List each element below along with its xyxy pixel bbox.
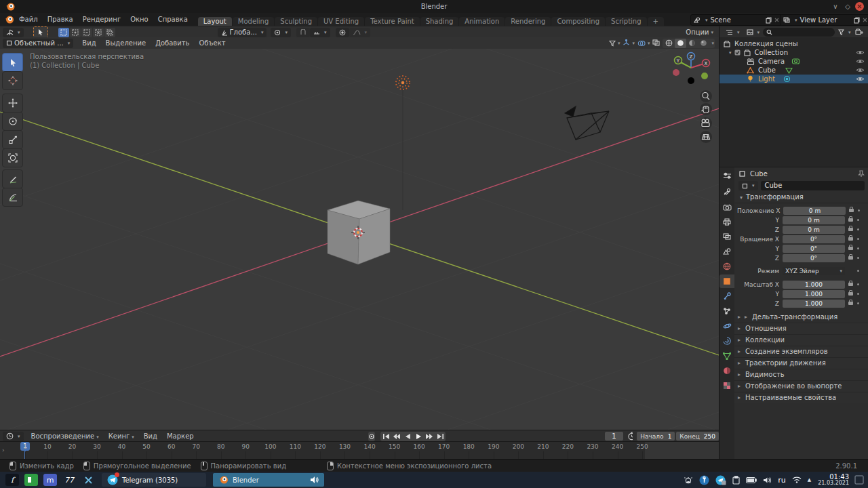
property-value-field[interactable]: 1.000 [783, 290, 845, 298]
blender-menu-logo-icon[interactable] [4, 15, 14, 24]
tab-animation[interactable]: Animation [459, 17, 505, 26]
keyboard-layout-indicator[interactable]: ru [778, 476, 786, 485]
camera-view-button[interactable] [700, 117, 712, 129]
animate-dot[interactable] [857, 293, 859, 295]
property-value-field[interactable]: 0 m [783, 207, 846, 215]
hide-toggle-eye-icon[interactable] [856, 49, 865, 57]
tab-compositing[interactable]: Compositing [551, 17, 605, 26]
tab-modifiers[interactable] [719, 289, 734, 303]
lock-icon[interactable] [848, 237, 853, 241]
viewport-menu-add[interactable]: Добавить [151, 39, 194, 47]
tab-material[interactable] [719, 364, 734, 378]
use-preview-range-icon[interactable] [627, 432, 633, 441]
timeline-menu-playback[interactable]: Воспроизведение▾ [26, 432, 104, 440]
tool-cursor[interactable] [2, 71, 23, 90]
property-value-field[interactable]: 0° [783, 254, 845, 262]
viewport-3d[interactable]: X Y Z Пользовательская перспектива (1) C… [0, 49, 719, 430]
lock-icon[interactable] [848, 247, 853, 250]
animate-dot[interactable] [857, 228, 859, 230]
outliner-filter-type-dropdown[interactable]: ▾ [743, 28, 764, 37]
app-icon-share[interactable] [81, 474, 95, 486]
tool-rotate[interactable] [2, 112, 23, 131]
proportional-falloff-dropdown[interactable]: ▾ [349, 28, 371, 37]
tab-texture-paint[interactable]: Texture Paint [365, 17, 420, 26]
outliner-camera-row[interactable]: Camera [719, 57, 868, 66]
animate-dot[interactable] [857, 302, 859, 304]
orthographic-toggle-button[interactable] [700, 131, 712, 143]
menu-window[interactable]: Окно [125, 16, 153, 23]
tab-object[interactable] [719, 274, 734, 288]
editor-type-properties-button[interactable] [719, 169, 734, 182]
minimize-button[interactable]: ∨ [831, 3, 840, 10]
frame-end-field[interactable]: Конец 250 [676, 432, 719, 441]
tab-render[interactable] [719, 200, 734, 214]
outliner-root-row[interactable]: Коллекция сцены [719, 39, 868, 48]
camera-object[interactable] [565, 106, 609, 140]
tab-particles[interactable] [719, 304, 734, 318]
delta-transform-panel-header[interactable]: ▸Дельта-трансформация [734, 312, 868, 323]
taskbar-clock[interactable]: 01:43 21.03.2021 [818, 474, 849, 487]
collapsed-panel-header[interactable]: Настраиваемые свойства [734, 392, 868, 403]
current-frame-field[interactable]: 1 [605, 432, 623, 441]
options-dropdown[interactable]: Опции ▾ [686, 28, 713, 36]
play-button[interactable] [413, 432, 424, 441]
tab-scripting[interactable]: Scripting [606, 17, 646, 26]
property-value-field[interactable]: 0° [783, 235, 845, 243]
app-icon-f[interactable]: f [5, 474, 19, 486]
tab-layout[interactable]: Layout [198, 17, 232, 26]
menu-edit[interactable]: Правка [43, 16, 78, 23]
unlink-scene-icon[interactable] [774, 18, 779, 22]
snap-toggle-button[interactable] [296, 28, 310, 37]
tab-world[interactable] [719, 260, 734, 273]
timeline-editor-type-button[interactable]: ▾ [3, 432, 24, 441]
tool-annotate[interactable] [2, 169, 23, 188]
navigation-gizmo[interactable]: X Y Z [673, 53, 710, 85]
tab-constraints[interactable] [719, 334, 734, 348]
jump-to-end-button[interactable] [435, 432, 446, 441]
lock-icon[interactable] [848, 218, 853, 222]
lock-icon[interactable] [848, 302, 853, 305]
outliner-search-input[interactable] [763, 28, 835, 37]
tab-scene[interactable] [719, 245, 734, 258]
tray-volume-icon[interactable] [763, 476, 772, 484]
timeline-ruler[interactable]: › 1 110203040506070809010011012013014015… [0, 441, 719, 460]
taskbar-blender-button[interactable]: Blender [213, 473, 324, 487]
pin-icon[interactable] [858, 170, 865, 178]
menu-render[interactable]: Рендеринг [78, 16, 125, 23]
tab-object-data[interactable] [719, 349, 734, 363]
tool-scale[interactable] [2, 130, 23, 149]
tray-key-icon[interactable] [699, 475, 709, 485]
animate-dot[interactable] [857, 257, 859, 259]
tab-rendering[interactable]: Rendering [505, 17, 551, 26]
tab-view-layer[interactable] [719, 230, 734, 243]
tab-shading[interactable]: Shading [420, 17, 459, 26]
tab-tool[interactable] [719, 185, 734, 199]
next-keyframe-button[interactable] [424, 432, 435, 441]
animate-dot[interactable] [857, 238, 859, 240]
select-mode-set-button[interactable] [58, 28, 69, 37]
animate-dot[interactable] [857, 283, 859, 285]
outliner-light-row[interactable]: Light [719, 75, 868, 83]
light-object[interactable] [396, 76, 410, 89]
property-value-field[interactable]: 0° [783, 245, 845, 253]
property-value-field[interactable]: 0 m [783, 216, 845, 224]
pan-hand-button[interactable] [700, 103, 712, 115]
prev-keyframe-button[interactable] [391, 432, 402, 441]
hide-toggle-eye-icon[interactable] [856, 58, 865, 66]
tray-battery-icon[interactable] [746, 477, 757, 483]
outliner-filter-dropdown[interactable]: ▾ [835, 28, 854, 37]
auto-keying-button[interactable] [368, 432, 376, 441]
frame-start-field[interactable]: Начало 1 [637, 432, 675, 441]
taskbar-telegram-button[interactable]: Telegram (3035) [102, 473, 206, 487]
app-icon-green[interactable] [24, 474, 38, 486]
tool-transform[interactable] [2, 148, 23, 167]
remove-view-layer-icon[interactable] [863, 18, 867, 22]
select-mode-intersect-button[interactable] [104, 28, 115, 37]
pivot-point-dropdown[interactable]: ▾ [271, 28, 291, 37]
tray-telegram-icon[interactable] [715, 475, 726, 485]
view-layer-selector[interactable]: ▾ View Layer [780, 14, 868, 26]
viewport-nav-buttons[interactable] [700, 90, 712, 143]
hide-toggle-eye-icon[interactable] [856, 76, 865, 83]
animate-dot[interactable] [858, 209, 860, 211]
select-mode-extend-button[interactable] [70, 28, 81, 37]
